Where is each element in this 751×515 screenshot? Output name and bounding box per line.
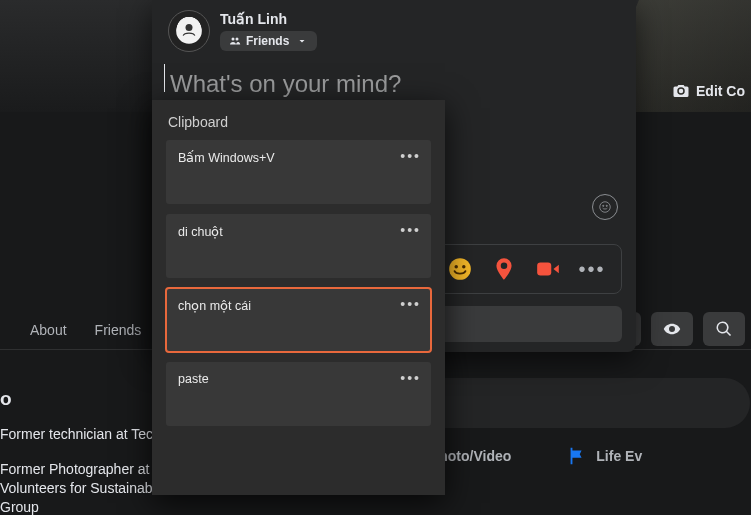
edit-cover-button[interactable]: Edit Co — [672, 82, 745, 100]
clipboard-item-more[interactable]: ••• — [400, 222, 421, 238]
edit-cover-label: Edit Co — [696, 83, 745, 99]
clipboard-item-text: Bấm Windows+V — [178, 151, 275, 165]
composer-header: Tuấn Linh Friends — [152, 0, 636, 52]
clipboard-item-text: chọn một cái — [178, 299, 251, 313]
smiley-fill-icon — [447, 256, 473, 282]
composer-user-name: Tuấn Linh — [220, 11, 317, 27]
svg-point-8 — [449, 258, 471, 280]
composer-placeholder: What's on your mind? — [170, 70, 401, 97]
flag-icon — [566, 445, 588, 467]
svg-rect-11 — [537, 263, 551, 276]
audience-label: Friends — [246, 34, 289, 48]
svg-point-4 — [186, 24, 193, 31]
clipboard-item-more[interactable]: ••• — [400, 148, 421, 164]
bg-attach-life[interactable]: Life Ev — [566, 445, 642, 467]
clipboard-list: Bấm Windows+V•••di chuột•••chọn một cái•… — [152, 140, 445, 440]
clipboard-item-text: paste — [178, 372, 209, 386]
feeling-button[interactable] — [447, 256, 473, 282]
eye-icon — [663, 320, 681, 338]
svg-point-6 — [603, 205, 604, 206]
svg-point-9 — [454, 265, 457, 268]
clipboard-title: Clipboard — [152, 100, 445, 140]
audience-selector[interactable]: Friends — [220, 31, 317, 51]
pin-icon — [491, 256, 517, 282]
bg-attach-life-label: Life Ev — [596, 448, 642, 464]
action-view-as[interactable] — [651, 312, 693, 346]
action-search[interactable] — [703, 312, 745, 346]
tab-friends[interactable]: Friends — [95, 322, 142, 338]
svg-point-5 — [600, 202, 611, 213]
smiley-outline-icon — [598, 200, 612, 214]
clipboard-item[interactable]: chọn một cái••• — [166, 288, 431, 352]
svg-point-7 — [606, 205, 607, 206]
checkin-button[interactable] — [491, 256, 517, 282]
tab-about[interactable]: About — [30, 322, 67, 338]
clipboard-item[interactable]: paste••• — [166, 362, 431, 426]
svg-point-10 — [462, 265, 465, 268]
chevron-down-icon — [296, 35, 308, 47]
emoji-picker-button[interactable] — [592, 194, 618, 220]
camera-icon — [672, 82, 690, 100]
avatar[interactable] — [168, 10, 210, 52]
search-icon — [715, 320, 733, 338]
avatar-image-icon — [175, 17, 203, 45]
intro-work-1: Former technician at Teco — [0, 426, 161, 442]
friends-icon — [229, 35, 241, 47]
text-cursor — [164, 64, 165, 92]
clipboard-item[interactable]: di chuột••• — [166, 214, 431, 278]
composer-textarea[interactable]: What's on your mind? — [152, 52, 636, 98]
clipboard-item[interactable]: Bấm Windows+V••• — [166, 140, 431, 204]
more-options-button[interactable]: ••• — [579, 256, 605, 282]
clipboard-item-text: di chuột — [178, 225, 223, 239]
intro-heading: o — [0, 388, 12, 410]
clipboard-item-more[interactable]: ••• — [400, 296, 421, 312]
clipboard-popup: Clipboard Bấm Windows+V•••di chuột•••chọ… — [152, 100, 445, 495]
video-camera-icon — [535, 256, 561, 282]
live-video-button[interactable] — [535, 256, 561, 282]
clipboard-item-more[interactable]: ••• — [400, 370, 421, 386]
